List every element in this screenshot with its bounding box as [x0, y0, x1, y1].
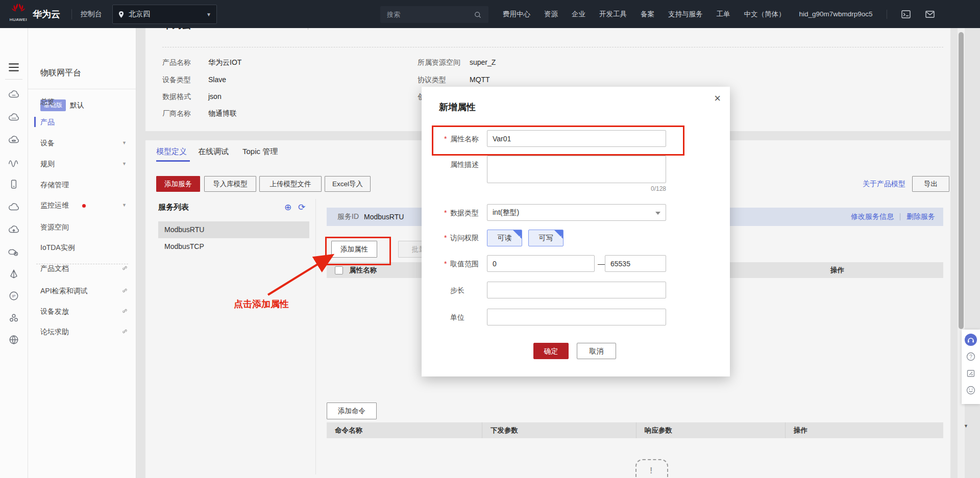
sidebar-title: 物联网平台: [40, 68, 81, 79]
search-box[interactable]: [380, 6, 488, 23]
range-min-input[interactable]: [487, 255, 595, 272]
select-all-checkbox[interactable]: [335, 266, 343, 274]
range-dash: —: [598, 259, 605, 268]
icon-rail: IP: [0, 28, 28, 478]
service-list-item[interactable]: ModbusRTU: [158, 221, 309, 238]
response-params-header: 响应参数: [636, 422, 786, 438]
excel-import-button[interactable]: Excel导入: [325, 176, 371, 192]
chevron-down-icon: ▼: [122, 203, 127, 208]
sidebar-item-storage[interactable]: 存储管理: [28, 179, 136, 192]
scrollbar-thumb[interactable]: [959, 32, 964, 329]
region-selector[interactable]: 北京四 ▼: [112, 5, 217, 24]
delete-service-link[interactable]: 删除服务: [906, 212, 935, 221]
search-input[interactable]: [386, 10, 470, 19]
field-label: 厂商名称: [162, 109, 191, 118]
cloud-icon[interactable]: [8, 202, 19, 213]
cloud-upload-icon[interactable]: [8, 224, 19, 235]
menu-billing[interactable]: 费用中心: [503, 10, 530, 19]
readable-toggle[interactable]: 可读 ✓: [487, 230, 522, 246]
add-service-icon[interactable]: ⊕: [284, 202, 291, 213]
tab-online-debug[interactable]: 在线调试: [198, 147, 229, 157]
command-name-header: 命令名称: [327, 422, 482, 438]
about-product-model-link[interactable]: 关于产品模型: [863, 180, 905, 189]
service-list-item[interactable]: ModbusTCP: [158, 238, 309, 255]
cluster-icon[interactable]: [8, 312, 19, 323]
chevron-down-icon: ▼: [206, 12, 211, 17]
huawei-logo[interactable]: HUAWEI: [7, 3, 30, 22]
unit-input[interactable]: [487, 309, 666, 325]
waveform-icon[interactable]: [8, 156, 19, 167]
add-command-button[interactable]: 添加命令: [327, 402, 377, 419]
export-button[interactable]: 导出: [912, 176, 949, 192]
cancel-button[interactable]: 取消: [577, 343, 616, 359]
sidebar-item-device[interactable]: 设备▼: [28, 137, 136, 150]
sidebar-item-forum[interactable]: 论坛求助: [28, 325, 136, 339]
unit-label: 单位: [450, 313, 464, 322]
check-icon: ✓: [558, 230, 562, 245]
ip-icon[interactable]: IP: [8, 290, 19, 301]
chevron-down-icon: ▼: [122, 161, 127, 166]
chevron-down-icon: [655, 212, 660, 215]
close-icon[interactable]: ×: [714, 92, 721, 105]
external-link-icon: [121, 287, 129, 296]
sidebar-item-overview[interactable]: 总览: [28, 95, 136, 109]
mail-icon[interactable]: [925, 9, 935, 19]
menu-language[interactable]: 中文（简体）: [744, 10, 786, 19]
writable-toggle[interactable]: 可写 ✓: [528, 230, 564, 246]
help-icon[interactable]: ?: [965, 350, 977, 363]
sidebar-item-resource-space[interactable]: 资源空间: [28, 221, 136, 234]
confirm-button[interactable]: 确定: [533, 343, 569, 359]
sidebar-divider: [28, 89, 136, 89]
customer-service-icon[interactable]: [965, 334, 977, 346]
field-value: 华为云IOT: [208, 58, 241, 67]
smiley-icon[interactable]: [965, 384, 977, 396]
menu-enterprise[interactable]: 企业: [572, 10, 585, 19]
import-library-model-button[interactable]: 导入库模型: [204, 176, 256, 192]
refresh-icon[interactable]: ⟳: [298, 202, 305, 213]
tab-model-definition[interactable]: 模型定义: [156, 147, 187, 157]
command-action-header: 操作: [786, 422, 943, 438]
modify-service-link[interactable]: 修改服务信息: [851, 212, 894, 221]
sidebar: 物联网平台 基础版 默认 总览 产品 设备▼ 规则▼ 存储管理 监控运维▼ 资源…: [28, 28, 136, 478]
property-desc-textarea[interactable]: [487, 156, 666, 183]
step-input[interactable]: [487, 282, 666, 298]
globe-icon[interactable]: [8, 334, 19, 345]
sidebar-item-provisioning[interactable]: 设备发放: [28, 305, 136, 318]
range-max-input[interactable]: [605, 255, 666, 272]
console-link[interactable]: 控制台: [81, 10, 102, 19]
page-scrollbar[interactable]: [958, 28, 965, 478]
sidebar-item-iotda[interactable]: IoTDA实例: [28, 241, 136, 255]
menu-icon[interactable]: [8, 62, 19, 73]
annotation-box-property-name: [432, 125, 684, 156]
sidebar-item-product[interactable]: 产品: [28, 116, 136, 129]
feedback-icon[interactable]: [965, 367, 977, 380]
required-asterisk: *: [444, 234, 447, 242]
add-service-button[interactable]: 添加服务: [156, 176, 200, 192]
step-row: 步长: [422, 282, 730, 299]
tab-topic-manage[interactable]: Topic 管理: [242, 147, 278, 157]
sidebar-item-api[interactable]: API检索和调试: [28, 285, 136, 298]
menu-ticket[interactable]: 工单: [717, 10, 730, 19]
device-icon[interactable]: [8, 179, 19, 190]
field-label: 协议类型: [418, 76, 446, 85]
menu-devtools[interactable]: 开发工具: [599, 10, 627, 19]
sidebar-item-docs[interactable]: 产品文档: [28, 262, 136, 275]
cloud-clock-icon[interactable]: [8, 246, 19, 258]
cloud-server-icon[interactable]: [8, 89, 19, 100]
data-type-select[interactable]: int(整型): [487, 204, 666, 221]
menu-resources[interactable]: 资源: [544, 10, 558, 19]
cloud-dots-icon[interactable]: [8, 112, 19, 123]
dashed-divider: [162, 47, 943, 47]
scroll-down-icon[interactable]: ▼: [964, 423, 968, 429]
account-id[interactable]: hid_g90m7wbmdrp9oc5: [799, 10, 873, 18]
menu-support[interactable]: 支持与服务: [668, 10, 703, 19]
terminal-icon[interactable]: [901, 9, 911, 19]
upload-model-file-button[interactable]: 上传模型文件: [259, 176, 322, 192]
search-icon[interactable]: [474, 11, 482, 19]
sidebar-item-rules[interactable]: 规则▼: [28, 158, 136, 171]
sidebar-item-monitor[interactable]: 监控运维▼: [28, 199, 136, 212]
prism-icon[interactable]: [8, 268, 19, 280]
menu-icp[interactable]: 备案: [641, 10, 654, 19]
cloud-disk-icon[interactable]: [8, 134, 19, 145]
service-item-label: ModbusRTU: [164, 225, 204, 234]
